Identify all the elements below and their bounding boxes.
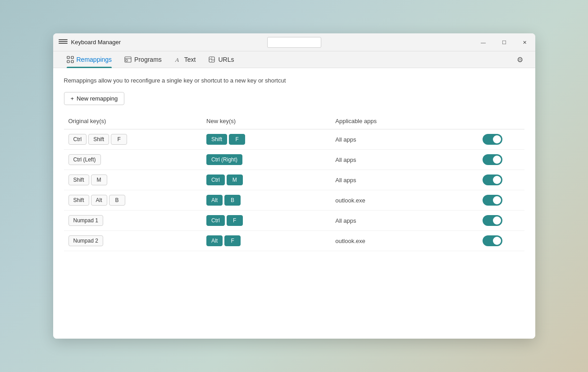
key-chip-new: Ctrl: [206, 215, 225, 226]
key-chip-new: F: [224, 235, 241, 246]
remappings-icon: [67, 56, 74, 63]
row-4-original: Numpad 1: [64, 211, 202, 231]
tab-remappings-label: Remappings: [77, 56, 112, 63]
row-3-new: AltB: [202, 190, 331, 211]
key-chip: Ctrl (Left): [68, 154, 101, 165]
tab-text[interactable]: A Text: [168, 51, 202, 68]
main-window: Keyboard Manager — ☐ ✕ Remappings: [53, 33, 535, 339]
key-chip: Shift: [68, 195, 89, 206]
row-1-original: Ctrl (Left): [64, 150, 202, 170]
key-chip: F: [111, 134, 127, 145]
key-chip-new: F: [227, 215, 243, 226]
key-chip-new: Alt: [206, 235, 223, 246]
urls-icon: [208, 56, 215, 63]
col-header-apps: Applicable apps: [331, 114, 478, 129]
key-chip: B: [109, 195, 125, 206]
window-controls: — ☐ ✕: [473, 33, 535, 51]
table-row: ShiftAltBAltBoutlook.exe: [64, 190, 524, 211]
row-1-app: All apps: [331, 150, 478, 170]
programs-icon: [124, 56, 132, 63]
remappings-table: Original key(s) New key(s) Applicable ap…: [64, 114, 524, 251]
toggle-switch[interactable]: [483, 175, 502, 185]
col-header-new: New key(s): [202, 114, 331, 129]
search-input[interactable]: [267, 37, 321, 48]
svg-rect-0: [67, 56, 69, 59]
text-icon: A: [174, 56, 182, 63]
search-area: [267, 37, 321, 48]
table-row: Ctrl (Left)Ctrl (Right)All apps: [64, 150, 524, 170]
close-button[interactable]: ✕: [515, 33, 535, 51]
toggle-switch[interactable]: [483, 134, 502, 145]
row-0-app: All apps: [331, 129, 478, 150]
row-5-new: AltF: [202, 231, 331, 251]
key-chip-new: M: [227, 175, 243, 185]
key-chip: M: [91, 175, 107, 185]
row-4-app: All apps: [331, 211, 478, 231]
row-3-toggle-cell: [478, 190, 524, 211]
svg-rect-1: [71, 56, 73, 59]
row-2-toggle-cell: [478, 170, 524, 190]
tab-text-label: Text: [184, 56, 196, 63]
col-header-toggle: [478, 114, 524, 129]
tab-programs-label: Programs: [134, 56, 162, 63]
toggle-switch[interactable]: [483, 154, 502, 165]
key-chip-new: Shift: [206, 134, 227, 145]
tab-programs[interactable]: Programs: [118, 51, 168, 68]
row-2-original: ShiftM: [64, 170, 202, 190]
window-title: Keyboard Manager: [71, 39, 121, 46]
row-3-app: outlook.exe: [331, 190, 478, 211]
row-3-original: ShiftAltB: [64, 190, 202, 211]
app-name: All apps: [335, 156, 356, 163]
table-row: ShiftMCtrlMAll apps: [64, 170, 524, 190]
key-chip-new: Ctrl (Right): [206, 154, 242, 165]
table-row: Numpad 1CtrlFAll apps: [64, 211, 524, 231]
tab-remappings[interactable]: Remappings: [60, 51, 119, 68]
key-chip-new: Alt: [206, 195, 223, 206]
row-1-new: Ctrl (Right): [202, 150, 331, 170]
row-4-toggle-cell: [478, 211, 524, 231]
svg-rect-2: [67, 60, 69, 63]
app-name: All apps: [335, 217, 356, 224]
app-name: outlook.exe: [335, 238, 365, 244]
content-area: Remappings allow you to reconfigure a si…: [53, 68, 535, 339]
row-4-new: CtrlF: [202, 211, 331, 231]
new-remapping-label: New remapping: [77, 95, 118, 102]
table-row: Numpad 2AltFoutlook.exe: [64, 231, 524, 251]
key-chip: Numpad 2: [68, 235, 103, 246]
table-header-row: Original key(s) New key(s) Applicable ap…: [64, 114, 524, 129]
description-text: Remappings allow you to reconfigure a si…: [64, 77, 524, 84]
tab-bar: Remappings Programs A Text: [53, 51, 535, 68]
key-chip-new: Ctrl: [206, 175, 225, 185]
toggle-switch[interactable]: [483, 215, 502, 226]
svg-rect-3: [71, 60, 73, 63]
key-chip-new: B: [224, 195, 241, 206]
row-2-new: CtrlM: [202, 170, 331, 190]
svg-text:A: A: [175, 56, 179, 63]
plus-icon: +: [71, 95, 74, 102]
maximize-button[interactable]: ☐: [494, 33, 515, 51]
row-2-app: All apps: [331, 170, 478, 190]
table-row: CtrlShiftFShiftFAll apps: [64, 129, 524, 150]
row-5-toggle-cell: [478, 231, 524, 251]
app-icon: [59, 39, 68, 46]
title-bar: Keyboard Manager — ☐ ✕: [53, 33, 535, 51]
key-chip: Shift: [68, 175, 89, 185]
toggle-switch[interactable]: [483, 195, 502, 206]
new-remapping-button[interactable]: + New remapping: [64, 92, 125, 105]
row-5-original: Numpad 2: [64, 231, 202, 251]
key-chip: Shift: [88, 134, 109, 145]
key-chip: Ctrl: [68, 134, 87, 145]
tab-urls-label: URLs: [218, 56, 234, 63]
row-1-toggle-cell: [478, 150, 524, 170]
tab-urls[interactable]: URLs: [202, 51, 240, 68]
row-0-new: ShiftF: [202, 129, 331, 150]
key-chip: Numpad 1: [68, 215, 103, 226]
settings-button[interactable]: ⚙: [512, 51, 528, 68]
app-name: outlook.exe: [335, 197, 365, 204]
minimize-button[interactable]: —: [473, 33, 494, 51]
col-header-original: Original key(s): [64, 114, 202, 129]
toggle-switch[interactable]: [483, 235, 502, 246]
app-name: All apps: [335, 136, 356, 143]
row-5-app: outlook.exe: [331, 231, 478, 251]
row-0-original: CtrlShiftF: [64, 129, 202, 150]
